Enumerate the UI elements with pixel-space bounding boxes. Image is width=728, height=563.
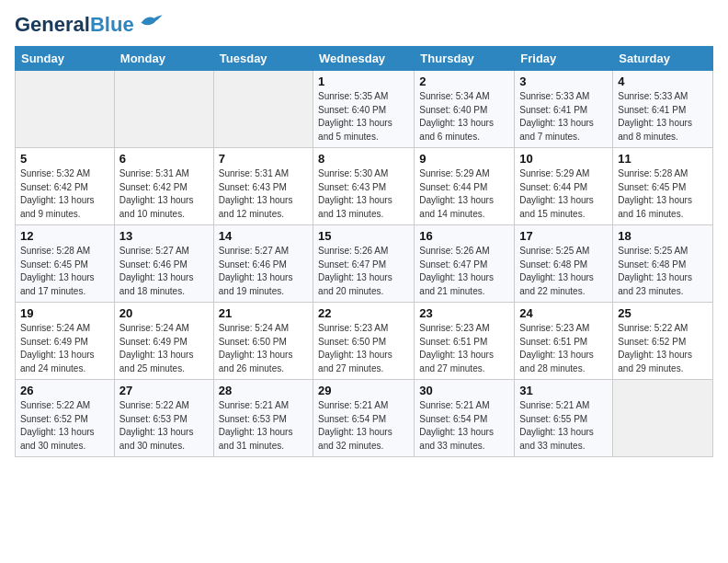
calendar-table: SundayMondayTuesdayWednesdayThursdayFrid… — [15, 46, 713, 457]
calendar-cell: 21Sunrise: 5:24 AM Sunset: 6:50 PM Dayli… — [213, 303, 313, 380]
day-info: Sunrise: 5:31 AM Sunset: 6:43 PM Dayligh… — [219, 167, 308, 221]
week-row-3: 12Sunrise: 5:28 AM Sunset: 6:45 PM Dayli… — [16, 225, 713, 303]
day-info: Sunrise: 5:26 AM Sunset: 6:47 PM Dayligh… — [318, 245, 409, 298]
calendar-cell — [16, 71, 115, 148]
calendar-cell: 16Sunrise: 5:26 AM Sunset: 6:47 PM Dayli… — [415, 225, 515, 303]
calendar-cell: 17Sunrise: 5:25 AM Sunset: 6:48 PM Dayli… — [515, 225, 613, 303]
day-info: Sunrise: 5:25 AM Sunset: 6:48 PM Dayligh… — [519, 245, 608, 298]
day-info: Sunrise: 5:21 AM Sunset: 6:55 PM Dayligh… — [519, 399, 608, 453]
calendar-cell: 29Sunrise: 5:21 AM Sunset: 6:54 PM Dayli… — [313, 380, 415, 457]
calendar-cell: 9Sunrise: 5:29 AM Sunset: 6:44 PM Daylig… — [415, 148, 515, 225]
day-info: Sunrise: 5:23 AM Sunset: 6:51 PM Dayligh… — [519, 322, 608, 375]
day-number: 13 — [119, 229, 209, 243]
day-info: Sunrise: 5:22 AM Sunset: 6:52 PM Dayligh… — [618, 322, 708, 375]
day-number: 12 — [20, 229, 109, 243]
day-info: Sunrise: 5:28 AM Sunset: 6:45 PM Dayligh… — [618, 167, 708, 221]
calendar-cell: 10Sunrise: 5:29 AM Sunset: 6:44 PM Dayli… — [515, 148, 613, 225]
calendar-cell — [114, 71, 213, 148]
weekday-header-thursday: Thursday — [415, 47, 515, 71]
day-info: Sunrise: 5:35 AM Sunset: 6:40 PM Dayligh… — [318, 90, 409, 144]
day-info: Sunrise: 5:29 AM Sunset: 6:44 PM Dayligh… — [519, 167, 608, 221]
day-info: Sunrise: 5:28 AM Sunset: 6:45 PM Dayligh… — [20, 245, 109, 298]
day-number: 19 — [20, 306, 109, 320]
week-row-1: 1Sunrise: 5:35 AM Sunset: 6:40 PM Daylig… — [16, 71, 713, 148]
day-info: Sunrise: 5:23 AM Sunset: 6:50 PM Dayligh… — [318, 322, 409, 375]
calendar-cell — [613, 380, 713, 457]
day-info: Sunrise: 5:33 AM Sunset: 6:41 PM Dayligh… — [519, 90, 608, 144]
calendar-cell: 31Sunrise: 5:21 AM Sunset: 6:55 PM Dayli… — [515, 380, 613, 457]
day-number: 15 — [318, 229, 409, 243]
day-number: 16 — [419, 229, 509, 243]
logo-bird-icon — [138, 13, 164, 29]
weekday-header-sunday: Sunday — [16, 47, 115, 71]
weekday-header-tuesday: Tuesday — [213, 47, 313, 71]
calendar-cell: 25Sunrise: 5:22 AM Sunset: 6:52 PM Dayli… — [613, 303, 713, 380]
calendar-cell: 15Sunrise: 5:26 AM Sunset: 6:47 PM Dayli… — [313, 225, 415, 303]
calendar-cell: 8Sunrise: 5:30 AM Sunset: 6:43 PM Daylig… — [313, 148, 415, 225]
day-info: Sunrise: 5:24 AM Sunset: 6:49 PM Dayligh… — [20, 322, 109, 375]
day-info: Sunrise: 5:27 AM Sunset: 6:46 PM Dayligh… — [119, 245, 209, 298]
day-number: 1 — [318, 75, 409, 88]
week-row-4: 19Sunrise: 5:24 AM Sunset: 6:49 PM Dayli… — [16, 303, 713, 380]
day-info: Sunrise: 5:26 AM Sunset: 6:47 PM Dayligh… — [419, 245, 509, 298]
calendar-cell: 22Sunrise: 5:23 AM Sunset: 6:50 PM Dayli… — [313, 303, 415, 380]
day-number: 29 — [318, 384, 409, 397]
day-info: Sunrise: 5:21 AM Sunset: 6:54 PM Dayligh… — [419, 399, 509, 453]
day-number: 9 — [419, 152, 509, 166]
day-number: 21 — [219, 306, 308, 320]
day-number: 28 — [219, 384, 308, 397]
day-info: Sunrise: 5:23 AM Sunset: 6:51 PM Dayligh… — [419, 322, 509, 375]
weekday-header-wednesday: Wednesday — [313, 47, 415, 71]
day-info: Sunrise: 5:21 AM Sunset: 6:54 PM Dayligh… — [318, 399, 409, 453]
weekday-header-saturday: Saturday — [613, 47, 713, 71]
day-number: 18 — [618, 229, 708, 243]
calendar-cell: 28Sunrise: 5:21 AM Sunset: 6:53 PM Dayli… — [213, 380, 313, 457]
calendar-cell: 27Sunrise: 5:22 AM Sunset: 6:53 PM Dayli… — [114, 380, 213, 457]
calendar-cell: 11Sunrise: 5:28 AM Sunset: 6:45 PM Dayli… — [613, 148, 713, 225]
calendar-cell: 14Sunrise: 5:27 AM Sunset: 6:46 PM Dayli… — [213, 225, 313, 303]
day-number: 14 — [219, 229, 308, 243]
day-info: Sunrise: 5:21 AM Sunset: 6:53 PM Dayligh… — [219, 399, 308, 453]
day-number: 22 — [318, 306, 409, 320]
day-info: Sunrise: 5:33 AM Sunset: 6:41 PM Dayligh… — [618, 90, 708, 144]
page-header: GeneralBlue — [15, 15, 713, 35]
day-info: Sunrise: 5:29 AM Sunset: 6:44 PM Dayligh… — [419, 167, 509, 221]
day-info: Sunrise: 5:34 AM Sunset: 6:40 PM Dayligh… — [419, 90, 509, 144]
day-info: Sunrise: 5:32 AM Sunset: 6:42 PM Dayligh… — [20, 167, 109, 221]
day-info: Sunrise: 5:22 AM Sunset: 6:52 PM Dayligh… — [20, 399, 109, 453]
weekday-header-row: SundayMondayTuesdayWednesdayThursdayFrid… — [16, 47, 713, 71]
day-number: 7 — [219, 152, 308, 166]
calendar-cell: 12Sunrise: 5:28 AM Sunset: 6:45 PM Dayli… — [16, 225, 115, 303]
day-number: 5 — [20, 152, 109, 166]
day-number: 8 — [318, 152, 409, 166]
day-number: 11 — [618, 152, 708, 166]
week-row-5: 26Sunrise: 5:22 AM Sunset: 6:52 PM Dayli… — [16, 380, 713, 457]
day-number: 24 — [519, 306, 608, 320]
week-row-2: 5Sunrise: 5:32 AM Sunset: 6:42 PM Daylig… — [16, 148, 713, 225]
calendar-cell: 23Sunrise: 5:23 AM Sunset: 6:51 PM Dayli… — [415, 303, 515, 380]
day-info: Sunrise: 5:31 AM Sunset: 6:42 PM Dayligh… — [119, 167, 209, 221]
day-number: 25 — [618, 306, 708, 320]
day-number: 10 — [519, 152, 608, 166]
calendar-cell: 30Sunrise: 5:21 AM Sunset: 6:54 PM Dayli… — [415, 380, 515, 457]
day-info: Sunrise: 5:30 AM Sunset: 6:43 PM Dayligh… — [318, 167, 409, 221]
day-number: 31 — [519, 384, 608, 397]
day-info: Sunrise: 5:22 AM Sunset: 6:53 PM Dayligh… — [119, 399, 209, 453]
day-info: Sunrise: 5:25 AM Sunset: 6:48 PM Dayligh… — [618, 245, 708, 298]
calendar-cell: 7Sunrise: 5:31 AM Sunset: 6:43 PM Daylig… — [213, 148, 313, 225]
logo-text: GeneralBlue — [15, 15, 134, 35]
weekday-header-friday: Friday — [515, 47, 613, 71]
calendar-cell: 1Sunrise: 5:35 AM Sunset: 6:40 PM Daylig… — [313, 71, 415, 148]
day-number: 2 — [419, 75, 509, 88]
day-number: 17 — [519, 229, 608, 243]
calendar-cell: 19Sunrise: 5:24 AM Sunset: 6:49 PM Dayli… — [16, 303, 115, 380]
day-number: 30 — [419, 384, 509, 397]
day-info: Sunrise: 5:27 AM Sunset: 6:46 PM Dayligh… — [219, 245, 308, 298]
calendar-cell: 20Sunrise: 5:24 AM Sunset: 6:49 PM Dayli… — [114, 303, 213, 380]
day-number: 4 — [618, 75, 708, 88]
weekday-header-monday: Monday — [114, 47, 213, 71]
logo: GeneralBlue — [15, 15, 164, 35]
day-info: Sunrise: 5:24 AM Sunset: 6:49 PM Dayligh… — [119, 322, 209, 375]
day-number: 27 — [119, 384, 209, 397]
day-number: 23 — [419, 306, 509, 320]
